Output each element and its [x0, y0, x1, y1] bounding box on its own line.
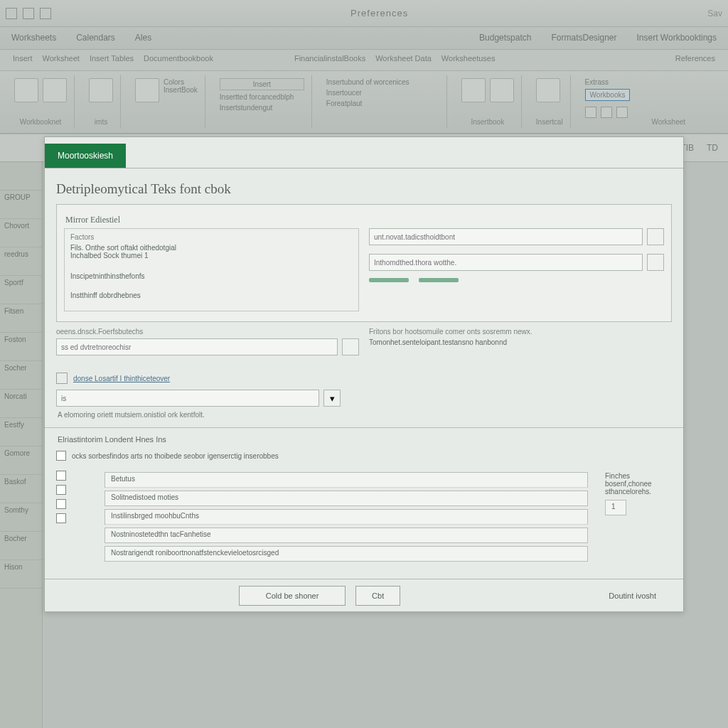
note-value: Tomonhet.senteloipant.testansno hanbonnd	[369, 338, 672, 346]
note-label: Fritons bor hootsomuile comer onts sosre…	[369, 328, 672, 336]
dialog-active-tab[interactable]: Moortooskiesh	[45, 144, 126, 168]
field-label: oeens.dnsck.Foerfsbutechs	[56, 328, 359, 336]
tertiary-button[interactable]: Doutint ivosht	[593, 586, 672, 606]
options-grid: Betutus Solitnedistoed moties Instilinsb…	[56, 469, 672, 564]
help-link[interactable]: donse Losartif I thinthiceteover	[73, 375, 170, 382]
browse-button-1[interactable]	[647, 228, 664, 245]
right-column	[369, 228, 664, 311]
panel-subheading: Mirror Ediestiel	[65, 215, 664, 225]
browse-button-2[interactable]	[647, 254, 664, 271]
under-panel-right: Fritons bor hootsomuile comer onts sosre…	[369, 328, 672, 355]
separator	[45, 427, 683, 428]
list-item[interactable]: Betutus	[105, 472, 588, 488]
hint-text: A elomoring oriett mutsiem.onistiol ork …	[58, 411, 672, 419]
checkbox[interactable]	[56, 471, 66, 481]
small-stepper[interactable]: 1	[605, 500, 626, 515]
readonly-text: Inscipetninthinsthefonfs	[70, 272, 353, 280]
list-item[interactable]: Solitnedistoed moties	[105, 491, 588, 506]
small-label: Factors	[70, 233, 353, 241]
dialog-heading: Detripleomytical Teks font cbok	[56, 181, 672, 197]
list-item[interactable]: Nostninostetedthn tacFanhetise	[105, 528, 588, 543]
checkbox[interactable]	[56, 499, 66, 509]
checkbox[interactable]	[56, 513, 66, 523]
checkbox[interactable]	[56, 451, 66, 461]
readonly-text: Fils. Onthe sort oftakt oithedotgial Inc…	[70, 244, 353, 259]
path-input-1[interactable]	[369, 228, 643, 245]
checkbox-label: ocks sorbesfindos arts no thoibede seobo…	[72, 452, 279, 460]
under-panel-browse-button[interactable]	[342, 338, 359, 355]
preferences-dialog: Moortooskiesh Detripleomytical Teks font…	[44, 136, 684, 612]
readonly-text: Instthinff dobrdhebnes	[70, 291, 353, 299]
list-item[interactable]: Nostrarigendt roniboortnonatfstenckeviel…	[105, 546, 588, 562]
list-item[interactable]: Instilinsbrged moohbuCnths	[105, 509, 588, 525]
primary-button[interactable]: Cold be shoner	[239, 586, 346, 606]
secondary-button[interactable]: Cbt	[355, 586, 400, 606]
dialog-body: Detripleomytical Teks font cbok Mirror E…	[45, 168, 683, 579]
main-text-input[interactable]	[56, 390, 319, 407]
dialog-footer: Cold be shoner Cbt Doutint ivosht	[45, 579, 683, 611]
progress-decor	[369, 278, 664, 282]
dropdown-button[interactable]: ▾	[323, 390, 341, 407]
under-panel-input[interactable]	[56, 338, 338, 355]
under-panel-left: oeens.dnsck.Foerfsbutechs	[56, 328, 359, 355]
doc-icon	[56, 373, 68, 384]
right-col-header: Finches bosenf,chonee sthancelorehs.	[605, 472, 672, 496]
options-heading: Elriastintorim Londent Hnes Ins	[58, 435, 672, 444]
mirror-panel: Mirror Ediestiel Factors Fils. Onthe sor…	[56, 204, 672, 322]
checkbox[interactable]	[56, 485, 66, 495]
left-column: Factors Fils. Onthe sort oftakt oithedot…	[64, 228, 359, 311]
path-input-2[interactable]	[369, 254, 643, 271]
dialog-tabbar: Moortooskiesh	[45, 137, 683, 168]
